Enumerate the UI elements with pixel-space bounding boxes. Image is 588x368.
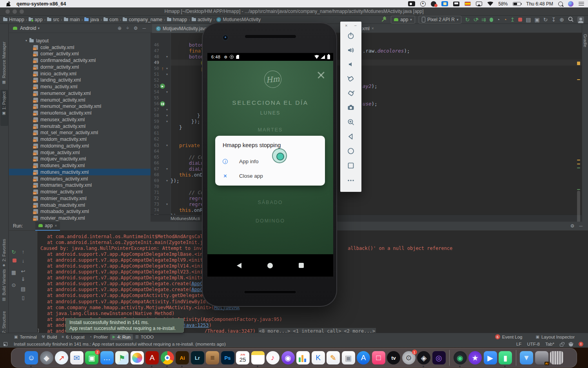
tree-file-motjue_activity.xml[interactable]: motjue_activity.xml (9, 149, 151, 156)
stack-trace-line[interactable]: at java.lang.Class.newInstance(Native Me… (38, 311, 588, 317)
sidebar-item-resource-manager[interactable]: ▦Resource Manager (2, 42, 6, 85)
profile-avatar[interactable] (577, 16, 584, 23)
phone-display[interactable]: 6:48 ⚙ Hm SELECCIONA EL DÍA LUNES MARTES… (207, 53, 333, 277)
emulator-home-icon[interactable] (347, 147, 355, 155)
project-view-select[interactable]: Android (20, 26, 36, 31)
sidebar-item-favorites[interactable]: ★2: Favorites (2, 239, 6, 268)
breadcrumb-item-MotlunesMActivity[interactable]: CMotlunesMActivity (216, 17, 261, 22)
tree-file-inicio_activity.xml[interactable]: inicio_activity.xml (9, 70, 151, 77)
battery-icon[interactable] (513, 1, 521, 7)
nav-back-button[interactable] (237, 263, 241, 268)
android-emulator-window[interactable]: 6:48 ⚙ Hm SELECCIONA EL DÍA LUNES MARTES… (202, 22, 337, 307)
fold-marker[interactable]: ▾ (166, 118, 170, 124)
toolbar-terminal[interactable]: ▣Terminal (12, 334, 39, 340)
fold-marker[interactable]: ▾ (166, 178, 170, 184)
fold-marker[interactable]: ▾ (166, 89, 170, 95)
emulator-minimize-icon[interactable]: − (354, 23, 357, 28)
dock-icon-mail[interactable]: ✉ (70, 351, 83, 364)
tree-file-menusex_activity.xml[interactable]: menusex_activity.xml (9, 116, 151, 123)
breadcrumb[interactable]: Hmapp›app›src›main›java›com›company_name… (0, 17, 261, 22)
dock-icon-lightroom[interactable]: Lr (191, 351, 204, 364)
editor-scrollbar[interactable] (576, 33, 581, 215)
fold-marker[interactable]: ▾ (166, 201, 170, 207)
tree-file-motdom_mactivity.xml[interactable]: motdom_mactivity.xml (9, 136, 151, 143)
dock-icon-facetime[interactable]: ▣2 (85, 351, 98, 364)
dock-icon-messages[interactable]: … (100, 351, 114, 364)
spotlight-search-icon[interactable] (558, 1, 563, 7)
dock-icon-image-capture[interactable]: ▣ (342, 351, 355, 364)
console-fold-icon[interactable]: + (38, 329, 39, 332)
scroll-to-end-icon[interactable]: ⇓ (20, 276, 26, 282)
fold-marker[interactable]: ▾ (166, 142, 170, 148)
stop-app-icon[interactable] (518, 18, 522, 22)
gradle-sync-icon[interactable]: ↻ (543, 17, 548, 22)
event-log-button[interactable]: 6Event Log (493, 333, 525, 340)
parallels-menu-icon[interactable] (441, 1, 448, 7)
tree-file-motsab_mactivity.xml[interactable]: motsab_mactivity.xml (9, 202, 151, 208)
dock-icon-chrome[interactable] (161, 351, 174, 364)
avd-manager-icon[interactable]: ⊕ (559, 17, 564, 22)
build-hammer-icon[interactable] (381, 16, 387, 24)
tree-file-motjuev_mactivity.xml[interactable]: motjuev_mactivity.xml (9, 156, 151, 162)
breadcrumb-item-main[interactable]: main (64, 17, 80, 22)
breadcrumb-item-hmapp[interactable]: hmapp (167, 17, 187, 22)
app-info-button[interactable]: i App info (223, 158, 259, 164)
breadcrumb-item-app[interactable]: app (29, 17, 42, 22)
emulator-power-icon[interactable] (347, 31, 355, 40)
ide-error-icon[interactable]: ! (579, 342, 583, 346)
tree-file-motsabado_activity.xml[interactable]: motsabado_activity.xml (9, 208, 151, 215)
editor-tab-active[interactable]: C MotjuevMActivity.java (152, 24, 211, 33)
tree-file-landing_activity.xml[interactable]: landing_activity.xml (9, 77, 151, 84)
tree-file-motlunes_mactivity.xml[interactable]: motlunes_mactivity.xml (9, 169, 151, 175)
device-manager-icon[interactable]: ▤ (526, 17, 531, 22)
breadcrumb-item-activity[interactable]: activity (192, 17, 212, 22)
dock-icon-app-store[interactable]: A (357, 351, 370, 364)
sidebar-item-project[interactable]: ▣1: Project (2, 91, 6, 116)
sdk-manager-icon[interactable]: ↧ (552, 17, 556, 22)
day-button-domingo[interactable]: DOMINGO (207, 218, 333, 224)
project-tree[interactable]: ▾layoutcole_activity.xmlcomer_activity.x… (9, 24, 151, 222)
breadcrumb-item-java[interactable]: java (84, 17, 99, 22)
breadcrumb-item-src[interactable]: src (47, 17, 59, 22)
day-button-sabado[interactable]: SÁBADO (207, 200, 333, 205)
dock-icon-android-emulator[interactable]: ▮ (499, 351, 512, 364)
emulator-back-icon[interactable] (347, 132, 355, 141)
app-screen[interactable]: Hm SELECCIONA EL DÍA LUNES MARTES SÁBADO… (207, 61, 333, 254)
indent-indicator[interactable]: Tab* (545, 342, 554, 346)
close-app-button[interactable]: × Close app (223, 173, 263, 179)
tree-file-motmartes_activity.xml[interactable]: motmartes_activity.xml (9, 175, 151, 182)
stop-icon[interactable] (11, 258, 18, 264)
breadcrumb-item-company_name[interactable]: company_name (123, 17, 162, 22)
dock-icon-system-preferences[interactable]: ⚙1 (402, 351, 416, 364)
dock-icon-downloads-folder[interactable]: ▼ (520, 351, 533, 364)
notification-app-icon[interactable] (431, 1, 436, 7)
tree-file-motmartes_mactivity.xml[interactable]: motmartes_mactivity.xml (9, 182, 151, 189)
emulator-zoom-icon[interactable] (347, 118, 355, 126)
apply-changes-icon[interactable]: ⇉ (481, 17, 486, 22)
dock-icon-finder[interactable]: ☺ (25, 351, 38, 364)
app-close-icon[interactable] (317, 71, 325, 79)
locate-file-icon[interactable]: ⊕ (118, 26, 122, 31)
dock-icon-safari[interactable]: ↗ (55, 351, 68, 364)
tree-file-dormir_activity.xml[interactable]: dormir_activity.xml (9, 64, 151, 70)
logcat-tool-icon[interactable]: ▣ (535, 17, 540, 22)
toolbar-profiler[interactable]: ◔Profiler (87, 334, 110, 340)
dock-icon-launchpad[interactable]: ◆ (40, 351, 53, 364)
fold-marker[interactable]: ▾ (166, 107, 170, 113)
debug-icon[interactable] (490, 18, 493, 22)
collapse-all-icon[interactable]: ÷ (126, 26, 129, 31)
fold-marker[interactable]: ▾ (166, 113, 170, 118)
sidebar-item-build-variants[interactable]: ▥Build Variants (2, 269, 6, 302)
layout-inspector-button[interactable]: ▣Layout Inspector (534, 334, 577, 340)
dock-icon-notes[interactable] (251, 351, 265, 364)
dock-icon-music[interactable]: ♪ (266, 351, 279, 364)
tree-file-confirmaredad_activity.xml[interactable]: confirmaredad_activity.xml (9, 57, 151, 64)
tree-file-motvier_mactivity.xml[interactable]: motvier_mactivity.xml (9, 215, 151, 222)
tree-file-mot_sel_menor_activity.xml[interactable]: mot_sel_menor_activity.xml (9, 129, 151, 136)
close-run-tab-icon[interactable]: × (54, 224, 57, 228)
line-ending-indicator[interactable]: LF (516, 342, 521, 346)
run-settings-icon[interactable]: ⚙ (570, 223, 575, 229)
tree-file-motmier_mactivity.xml[interactable]: motmier_mactivity.xml (9, 195, 151, 202)
screen-record-icon[interactable] (408, 1, 415, 7)
emulator-more-icon[interactable] (347, 176, 355, 185)
